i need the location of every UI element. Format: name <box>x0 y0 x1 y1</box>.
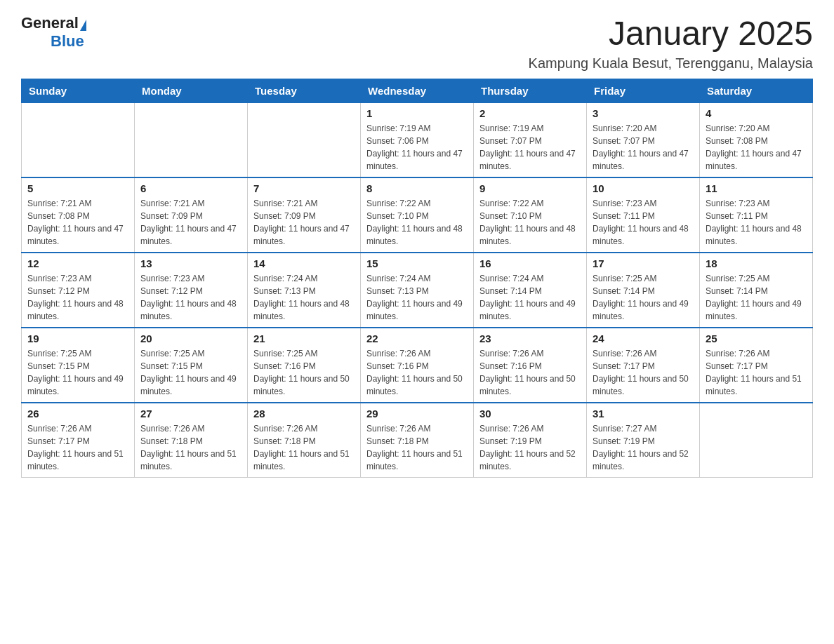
calendar-cell: 8Sunrise: 7:22 AM Sunset: 7:10 PM Daylig… <box>361 177 474 253</box>
day-info: Sunrise: 7:24 AM Sunset: 7:13 PM Dayligh… <box>253 272 355 323</box>
day-info: Sunrise: 7:25 AM Sunset: 7:15 PM Dayligh… <box>140 347 241 398</box>
calendar-cell: 29Sunrise: 7:26 AM Sunset: 7:18 PM Dayli… <box>361 403 474 478</box>
calendar-cell: 24Sunrise: 7:26 AM Sunset: 7:17 PM Dayli… <box>587 328 700 403</box>
day-number: 18 <box>706 257 807 269</box>
day-number: 15 <box>366 257 468 269</box>
calendar-header-row: SundayMondayTuesdayWednesdayThursdayFrid… <box>22 79 813 103</box>
header: General Blue January 2025 Kampung Kuala … <box>21 14 813 72</box>
day-info: Sunrise: 7:26 AM Sunset: 7:19 PM Dayligh… <box>479 422 581 473</box>
calendar-cell <box>135 103 248 178</box>
calendar-cell <box>248 103 361 178</box>
day-number: 20 <box>140 333 241 344</box>
calendar-cell: 2Sunrise: 7:19 AM Sunset: 7:07 PM Daylig… <box>474 103 587 178</box>
calendar-cell: 7Sunrise: 7:21 AM Sunset: 7:09 PM Daylig… <box>248 177 361 253</box>
calendar-cell: 17Sunrise: 7:25 AM Sunset: 7:14 PM Dayli… <box>587 253 700 328</box>
calendar-cell: 26Sunrise: 7:26 AM Sunset: 7:17 PM Dayli… <box>22 403 135 478</box>
calendar-week-row: 12Sunrise: 7:23 AM Sunset: 7:12 PM Dayli… <box>22 253 813 328</box>
day-number: 31 <box>593 408 694 420</box>
calendar-week-row: 26Sunrise: 7:26 AM Sunset: 7:17 PM Dayli… <box>22 403 813 478</box>
day-info: Sunrise: 7:19 AM Sunset: 7:07 PM Dayligh… <box>479 122 581 173</box>
day-info: Sunrise: 7:21 AM Sunset: 7:09 PM Dayligh… <box>140 197 241 248</box>
day-info: Sunrise: 7:26 AM Sunset: 7:17 PM Dayligh… <box>27 422 128 473</box>
calendar-cell: 10Sunrise: 7:23 AM Sunset: 7:11 PM Dayli… <box>587 177 700 253</box>
day-info: Sunrise: 7:26 AM Sunset: 7:18 PM Dayligh… <box>253 422 355 473</box>
calendar-cell: 21Sunrise: 7:25 AM Sunset: 7:16 PM Dayli… <box>248 328 361 403</box>
day-number: 21 <box>253 333 355 344</box>
title-area: January 2025 Kampung Kuala Besut, Tereng… <box>529 14 813 72</box>
day-number: 6 <box>140 182 241 194</box>
calendar-cell: 6Sunrise: 7:21 AM Sunset: 7:09 PM Daylig… <box>135 177 248 253</box>
day-number: 25 <box>706 333 807 344</box>
day-info: Sunrise: 7:23 AM Sunset: 7:12 PM Dayligh… <box>27 272 128 323</box>
calendar-cell: 15Sunrise: 7:24 AM Sunset: 7:13 PM Dayli… <box>361 253 474 328</box>
day-info: Sunrise: 7:26 AM Sunset: 7:17 PM Dayligh… <box>706 347 807 398</box>
day-number: 12 <box>27 257 128 269</box>
day-info: Sunrise: 7:22 AM Sunset: 7:10 PM Dayligh… <box>479 197 581 248</box>
calendar-cell: 23Sunrise: 7:26 AM Sunset: 7:16 PM Dayli… <box>474 328 587 403</box>
day-number: 30 <box>479 408 581 420</box>
day-number: 23 <box>479 333 581 344</box>
calendar-header-thursday: Thursday <box>474 79 587 103</box>
day-number: 16 <box>479 257 581 269</box>
day-number: 22 <box>366 333 468 344</box>
logo-icon: General Blue <box>21 14 86 51</box>
calendar-cell: 3Sunrise: 7:20 AM Sunset: 7:07 PM Daylig… <box>587 103 700 178</box>
day-number: 17 <box>593 257 694 269</box>
calendar-cell: 12Sunrise: 7:23 AM Sunset: 7:12 PM Dayli… <box>22 253 135 328</box>
day-number: 8 <box>366 182 468 194</box>
day-info: Sunrise: 7:23 AM Sunset: 7:11 PM Dayligh… <box>593 197 694 248</box>
calendar-cell: 27Sunrise: 7:26 AM Sunset: 7:18 PM Dayli… <box>135 403 248 478</box>
day-info: Sunrise: 7:26 AM Sunset: 7:18 PM Dayligh… <box>140 422 241 473</box>
calendar-header-saturday: Saturday <box>700 79 813 103</box>
day-number: 10 <box>593 182 694 194</box>
day-info: Sunrise: 7:26 AM Sunset: 7:18 PM Dayligh… <box>366 422 468 473</box>
day-info: Sunrise: 7:19 AM Sunset: 7:06 PM Dayligh… <box>366 122 468 173</box>
calendar-week-row: 19Sunrise: 7:25 AM Sunset: 7:15 PM Dayli… <box>22 328 813 403</box>
day-number: 9 <box>479 182 581 194</box>
day-number: 1 <box>366 107 468 119</box>
day-info: Sunrise: 7:22 AM Sunset: 7:10 PM Dayligh… <box>366 197 468 248</box>
calendar-cell: 5Sunrise: 7:21 AM Sunset: 7:08 PM Daylig… <box>22 177 135 253</box>
calendar-cell: 4Sunrise: 7:20 AM Sunset: 7:08 PM Daylig… <box>700 103 813 178</box>
calendar-cell <box>700 403 813 478</box>
day-info: Sunrise: 7:23 AM Sunset: 7:11 PM Dayligh… <box>706 197 807 248</box>
day-number: 14 <box>253 257 355 269</box>
day-number: 5 <box>27 182 128 194</box>
calendar-cell: 25Sunrise: 7:26 AM Sunset: 7:17 PM Dayli… <box>700 328 813 403</box>
day-info: Sunrise: 7:25 AM Sunset: 7:14 PM Dayligh… <box>593 272 694 323</box>
day-info: Sunrise: 7:20 AM Sunset: 7:07 PM Dayligh… <box>593 122 694 173</box>
day-info: Sunrise: 7:25 AM Sunset: 7:16 PM Dayligh… <box>253 347 355 398</box>
day-number: 24 <box>593 333 694 344</box>
calendar-cell: 22Sunrise: 7:26 AM Sunset: 7:16 PM Dayli… <box>361 328 474 403</box>
day-info: Sunrise: 7:24 AM Sunset: 7:13 PM Dayligh… <box>366 272 468 323</box>
day-number: 13 <box>140 257 241 269</box>
calendar-header-friday: Friday <box>587 79 700 103</box>
day-info: Sunrise: 7:26 AM Sunset: 7:16 PM Dayligh… <box>366 347 468 398</box>
day-info: Sunrise: 7:26 AM Sunset: 7:17 PM Dayligh… <box>593 347 694 398</box>
calendar-cell: 13Sunrise: 7:23 AM Sunset: 7:12 PM Dayli… <box>135 253 248 328</box>
day-info: Sunrise: 7:26 AM Sunset: 7:16 PM Dayligh… <box>479 347 581 398</box>
calendar-cell: 20Sunrise: 7:25 AM Sunset: 7:15 PM Dayli… <box>135 328 248 403</box>
calendar: SundayMondayTuesdayWednesdayThursdayFrid… <box>21 79 813 478</box>
calendar-week-row: 5Sunrise: 7:21 AM Sunset: 7:08 PM Daylig… <box>22 177 813 253</box>
day-info: Sunrise: 7:21 AM Sunset: 7:08 PM Dayligh… <box>27 197 128 248</box>
day-info: Sunrise: 7:20 AM Sunset: 7:08 PM Dayligh… <box>706 122 807 173</box>
day-number: 27 <box>140 408 241 420</box>
calendar-week-row: 1Sunrise: 7:19 AM Sunset: 7:06 PM Daylig… <box>22 103 813 178</box>
day-number: 29 <box>366 408 468 420</box>
location-title: Kampung Kuala Besut, Terengganu, Malaysi… <box>529 55 813 72</box>
month-title: January 2025 <box>529 14 813 53</box>
day-number: 28 <box>253 408 355 420</box>
calendar-header-sunday: Sunday <box>22 79 135 103</box>
day-info: Sunrise: 7:25 AM Sunset: 7:14 PM Dayligh… <box>706 272 807 323</box>
calendar-header-monday: Monday <box>135 79 248 103</box>
calendar-cell: 31Sunrise: 7:27 AM Sunset: 7:19 PM Dayli… <box>587 403 700 478</box>
day-number: 11 <box>706 182 807 194</box>
calendar-cell: 9Sunrise: 7:22 AM Sunset: 7:10 PM Daylig… <box>474 177 587 253</box>
calendar-cell: 28Sunrise: 7:26 AM Sunset: 7:18 PM Dayli… <box>248 403 361 478</box>
day-number: 26 <box>27 408 128 420</box>
calendar-cell: 30Sunrise: 7:26 AM Sunset: 7:19 PM Dayli… <box>474 403 587 478</box>
day-number: 4 <box>706 107 807 119</box>
logo-text-general: General <box>21 14 79 32</box>
calendar-cell <box>22 103 135 178</box>
